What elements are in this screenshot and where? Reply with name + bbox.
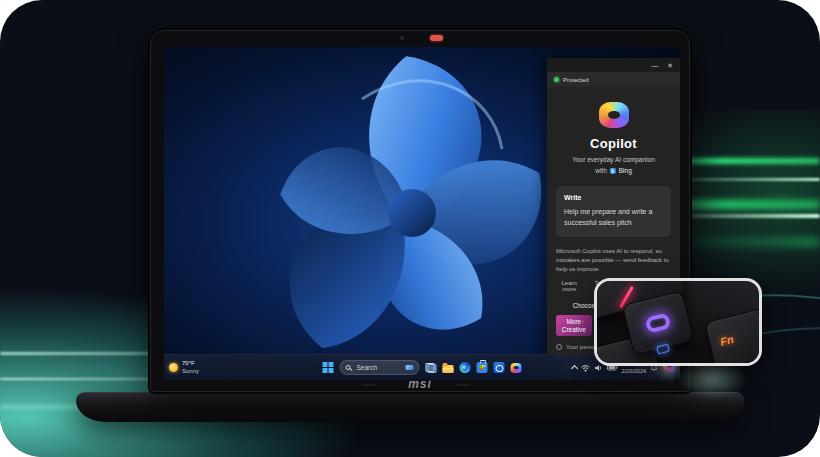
- green-light-streak: [672, 238, 820, 246]
- protected-dot-icon: [554, 77, 559, 82]
- with-label: with: [595, 167, 607, 174]
- outlook-icon[interactable]: [494, 362, 505, 373]
- fn-key: Fn: [704, 305, 762, 366]
- suggestion-card-body: Help me prepare and write a successful s…: [564, 207, 663, 229]
- search-icon: [346, 365, 351, 370]
- keyboard-inset: Fn: [594, 278, 762, 366]
- copilot-panel-titlebar: — ✕: [547, 58, 680, 72]
- edge-browser-icon[interactable]: [460, 362, 471, 373]
- ai-disclaimer: Microsoft Copilot uses AI to respond, so…: [556, 247, 671, 274]
- fn-key-label: Fn: [719, 333, 735, 348]
- style-more-creative-button[interactable]: More Creative: [556, 315, 592, 336]
- suggestion-card-write[interactable]: Write Help me prepare and write a succes…: [556, 186, 671, 237]
- webcam-shutter-switch: [430, 35, 443, 41]
- bing-icon: b: [610, 168, 616, 174]
- weather-condition: Sunny: [182, 368, 199, 376]
- task-view-button[interactable]: [426, 363, 437, 373]
- close-button[interactable]: ✕: [667, 62, 673, 69]
- search-highlights-icon: [406, 365, 414, 370]
- minimize-button[interactable]: —: [651, 62, 658, 69]
- style-button-line1: More: [566, 318, 581, 327]
- file-explorer-icon[interactable]: [443, 365, 454, 373]
- blue-key-glyph-icon: [656, 344, 670, 355]
- weather-widget[interactable]: 70°F Sunny: [169, 355, 199, 380]
- copilot-title: Copilot: [590, 136, 637, 151]
- copilot-taskbar-icon[interactable]: [511, 363, 522, 373]
- bing-label: Bing: [619, 167, 632, 174]
- laptop-base: [76, 392, 744, 422]
- learn-more-link[interactable]: Learn more: [556, 280, 582, 292]
- privacy-shield-icon: [556, 344, 562, 350]
- protected-label: Protected: [563, 77, 589, 83]
- sun-icon: [169, 363, 178, 372]
- suggestion-card-heading: Write: [564, 194, 663, 201]
- microsoft-store-icon[interactable]: [477, 362, 488, 373]
- style-button-line2: Creative: [562, 326, 586, 335]
- webcam-icon: [400, 36, 404, 40]
- weather-temperature: 70°F: [182, 360, 199, 368]
- taskbar-search-box[interactable]: [340, 360, 420, 375]
- speaker-icon[interactable]: [594, 364, 603, 372]
- start-button[interactable]: [323, 362, 334, 373]
- search-input[interactable]: [355, 363, 402, 372]
- with-bing-row: with b Bing: [595, 167, 632, 174]
- chevron-up-icon[interactable]: [570, 365, 577, 372]
- copilot-subtitle: Your everyday AI companion: [572, 156, 655, 163]
- copilot-logo-icon: [599, 102, 629, 128]
- taskbar-center-icons: [323, 355, 522, 380]
- wifi-icon[interactable]: [581, 364, 590, 372]
- protected-status-bar: Protected: [547, 72, 680, 87]
- copilot-key-icon: [644, 312, 671, 333]
- hero-banner: msi: [0, 0, 820, 457]
